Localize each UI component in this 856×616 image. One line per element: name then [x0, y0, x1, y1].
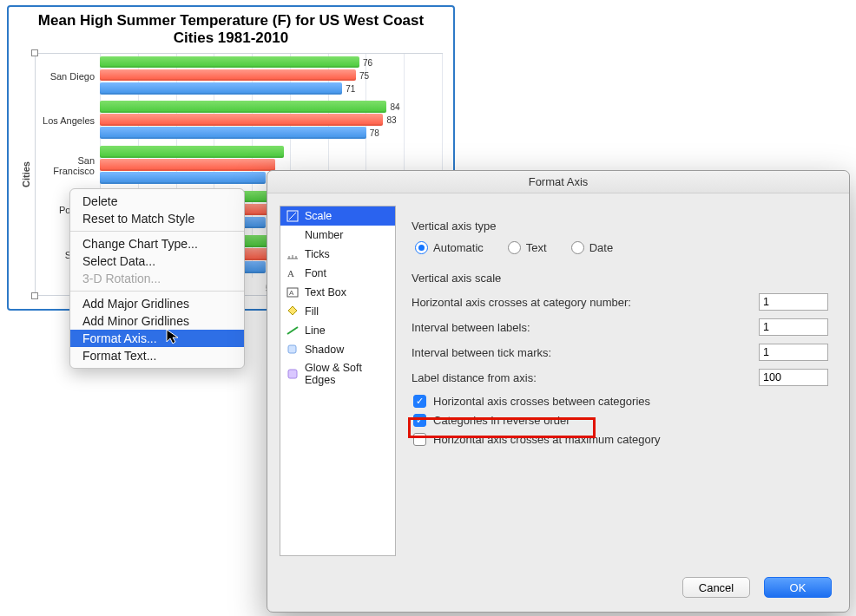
- check-label: Categories in reverse order: [433, 414, 570, 427]
- ticks-icon: [286, 247, 300, 261]
- axis-context-menu[interactable]: DeleteReset to Match StyleChange Chart T…: [69, 188, 245, 369]
- bar-value: 71: [346, 83, 355, 93]
- vertical-axis-type-options: AutomaticTextDate: [412, 241, 828, 254]
- input-crosses-at-category[interactable]: [759, 293, 828, 311]
- cancel-button[interactable]: Cancel: [682, 577, 750, 598]
- dialog-title: Format Axis: [267, 171, 849, 193]
- radio-dot-icon: [571, 241, 584, 254]
- axis-selection-handle[interactable]: [31, 292, 38, 299]
- format-axis-dialog[interactable]: Format Axis ScaleNumberTicksAFontAText B…: [267, 170, 850, 613]
- number-icon: [286, 228, 300, 242]
- sidebar-item-label: Line: [305, 324, 326, 337]
- sidebar-item-label: Glow & Soft Edges: [305, 362, 390, 386]
- radio-label: Automatic: [433, 241, 484, 254]
- check-reverse-order[interactable]: Categories in reverse order: [412, 414, 828, 427]
- checkbox-icon[interactable]: [413, 414, 426, 427]
- dialog-content: Vertical axis type AutomaticTextDate Ver…: [396, 193, 849, 568]
- chart-title: Mean High Summer Temperature (F) for US …: [9, 7, 453, 49]
- bar[interactable]: [100, 56, 359, 69]
- svg-rect-5: [288, 370, 297, 378]
- category-row: Los Angeles848378: [36, 98, 442, 143]
- sidebar-item[interactable]: Fill: [280, 302, 395, 321]
- category-row: San Diego767571: [36, 54, 442, 99]
- checkbox-icon[interactable]: [413, 395, 426, 408]
- sidebar-item[interactable]: Ticks: [280, 245, 395, 264]
- sidebar-item[interactable]: Glow & Soft Edges: [280, 359, 395, 389]
- fill-icon: [286, 305, 300, 318]
- check-crosses-at-max[interactable]: Horizontal axis crosses at maximum categ…: [412, 433, 828, 446]
- sidebar-item[interactable]: Scale: [280, 206, 395, 226]
- radio-label: Date: [589, 241, 613, 254]
- bar[interactable]: [100, 101, 386, 113]
- menu-item[interactable]: Select Data...: [70, 252, 244, 270]
- sidebar-item-label: Ticks: [305, 248, 330, 260]
- row-interval-ticks: Interval between tick marks:: [412, 344, 828, 361]
- bar-value: 76: [363, 57, 372, 67]
- bar[interactable]: [100, 172, 266, 184]
- bar[interactable]: [100, 127, 366, 139]
- menu-item: 3-D Rotation...: [70, 270, 244, 287]
- bar[interactable]: [100, 69, 356, 82]
- label-interval-ticks: Interval between tick marks:: [412, 346, 759, 359]
- bar-value: 84: [390, 102, 399, 112]
- sidebar-item[interactable]: Number: [280, 226, 395, 245]
- font-icon: A: [286, 266, 300, 280]
- bar-value: 78: [370, 128, 379, 138]
- sidebar-item[interactable]: AFont: [280, 264, 395, 283]
- sidebar-item-label: Number: [305, 229, 343, 241]
- bar[interactable]: [100, 114, 383, 126]
- menu-item[interactable]: Reset to Match Style: [70, 210, 244, 227]
- text-box-icon: A: [286, 285, 300, 299]
- bar-value: 75: [359, 70, 369, 80]
- category-label: San Diego: [37, 71, 98, 82]
- sidebar-item-label: Shadow: [305, 344, 344, 356]
- line-icon: [286, 324, 300, 337]
- bar[interactable]: [100, 146, 284, 158]
- sidebar-item[interactable]: Line: [280, 321, 395, 340]
- radio-dot-icon: [415, 241, 428, 254]
- menu-item[interactable]: Format Text...: [70, 347, 244, 364]
- ok-button[interactable]: OK: [764, 577, 832, 598]
- svg-text:A: A: [287, 268, 294, 279]
- category-label: Los Angeles: [37, 115, 98, 126]
- sidebar-item-label: Font: [305, 267, 326, 279]
- radio-date[interactable]: Date: [571, 241, 613, 254]
- radio-text[interactable]: Text: [508, 241, 547, 254]
- svg-text:A: A: [289, 289, 294, 297]
- sidebar-item[interactable]: AText Box: [280, 283, 395, 302]
- input-interval-labels[interactable]: [759, 318, 828, 336]
- vertical-axis-scale-heading: Vertical axis scale: [412, 272, 828, 285]
- svg-rect-4: [288, 345, 296, 353]
- input-label-distance[interactable]: [759, 369, 828, 386]
- y-axis-title: Cities: [21, 161, 31, 187]
- radio-automatic[interactable]: Automatic: [415, 241, 484, 254]
- sidebar-item-label: Text Box: [305, 286, 346, 298]
- label-interval-labels: Interval between labels:: [412, 321, 759, 334]
- sidebar-item-label: Fill: [305, 305, 319, 318]
- category-label: San Francisco: [37, 155, 98, 176]
- check-crosses-between[interactable]: Horizontal axis crosses between categori…: [412, 395, 828, 408]
- sidebar-item-label: Scale: [305, 210, 332, 222]
- label-crosses-at-category: Horizontal axis crosses at category numb…: [412, 296, 759, 309]
- input-interval-ticks[interactable]: [759, 344, 828, 361]
- menu-item[interactable]: Add Major Gridlines: [70, 295, 244, 312]
- dialog-sidebar[interactable]: ScaleNumberTicksAFontAText BoxFillLineSh…: [280, 206, 396, 556]
- bar[interactable]: [100, 82, 342, 95]
- check-label: Horizontal axis crosses at maximum categ…: [433, 433, 661, 446]
- checkbox-icon[interactable]: [413, 433, 426, 446]
- radio-dot-icon: [508, 241, 521, 254]
- menu-item[interactable]: Format Axis...: [70, 330, 244, 347]
- menu-item[interactable]: Add Minor Gridlines: [70, 312, 244, 330]
- bar[interactable]: [100, 159, 275, 171]
- check-label: Horizontal axis crosses between categori…: [433, 395, 650, 408]
- row-crosses-at-category: Horizontal axis crosses at category numb…: [412, 293, 828, 311]
- vertical-axis-type-heading: Vertical axis type: [412, 220, 828, 233]
- radio-label: Text: [526, 241, 547, 254]
- menu-item[interactable]: Change Chart Type...: [70, 235, 244, 252]
- label-label-distance: Label distance from axis:: [412, 371, 759, 384]
- shadow-icon: [286, 343, 300, 357]
- scale-icon: [286, 209, 300, 223]
- sidebar-item[interactable]: Shadow: [280, 340, 395, 359]
- row-label-distance: Label distance from axis:: [412, 369, 828, 386]
- menu-item[interactable]: Delete: [70, 193, 244, 210]
